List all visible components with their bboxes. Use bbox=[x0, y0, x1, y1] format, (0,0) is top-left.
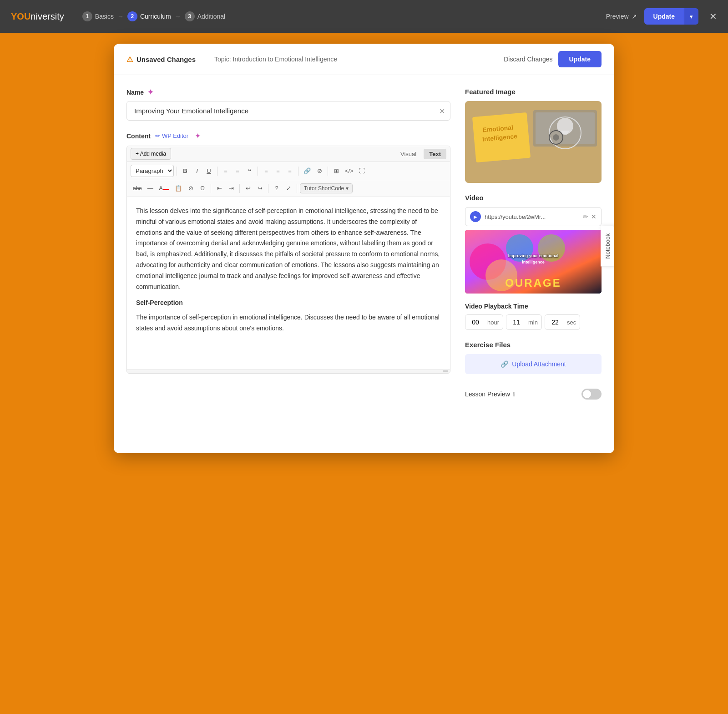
toolbar-sep2 bbox=[217, 167, 217, 176]
tab-text[interactable]: Text bbox=[424, 149, 446, 159]
outdent-button[interactable]: ⇤ bbox=[214, 183, 225, 193]
topic-label: Topic: Introduction to Emotional Intelli… bbox=[214, 56, 337, 63]
toggle-slider bbox=[581, 389, 602, 400]
notebook-tab[interactable]: Notebook bbox=[601, 226, 614, 267]
toolbar-sep3 bbox=[258, 167, 258, 176]
redo-button[interactable]: ↪ bbox=[254, 183, 265, 193]
content-label-row: Content ✏ WP Editor ✦ bbox=[126, 132, 450, 140]
upload-attachment-button[interactable]: 🔗 Upload Attachment bbox=[465, 354, 602, 374]
editor-content[interactable]: This lesson delves into the significance… bbox=[127, 197, 450, 370]
lesson-preview-info-icon[interactable]: ℹ bbox=[513, 391, 515, 398]
italic-button[interactable]: I bbox=[192, 166, 202, 176]
ol-button[interactable]: ≡ bbox=[232, 166, 243, 176]
warning-icon: ⚠ bbox=[126, 55, 133, 64]
lesson-preview-row: Lesson Preview ℹ bbox=[465, 383, 602, 405]
update-main-button[interactable]: Update bbox=[558, 51, 602, 67]
discard-changes-button[interactable]: Discard Changes bbox=[504, 56, 552, 63]
ul-button[interactable]: ≡ bbox=[220, 166, 231, 176]
playback-section: Video Playback Time hour min sec bbox=[465, 303, 602, 330]
breadcrumb-step1[interactable]: 1 Basics bbox=[82, 11, 114, 21]
step1-num: 1 bbox=[82, 11, 92, 21]
svg-rect-2 bbox=[443, 373, 448, 374]
upload-icon: 🔗 bbox=[500, 360, 508, 368]
arrow2: → bbox=[175, 13, 181, 20]
playback-min-input[interactable] bbox=[506, 315, 526, 329]
playback-sec-unit: sec bbox=[567, 315, 580, 329]
update-button[interactable]: Update bbox=[644, 8, 684, 25]
toolbar-sep9 bbox=[297, 184, 297, 193]
align-left-button[interactable]: ≡ bbox=[261, 166, 272, 176]
name-clear-button[interactable]: ✕ bbox=[439, 106, 445, 115]
align-right-button[interactable]: ≡ bbox=[284, 166, 295, 176]
editor-paragraph2: The importance of self-perception in emo… bbox=[136, 312, 441, 334]
unsaved-title: Unsaved Changes bbox=[136, 56, 196, 63]
svg-text:Improving your emotional: Improving your emotional bbox=[508, 253, 559, 258]
preview-button[interactable]: Preview ↗ bbox=[606, 13, 637, 20]
toolbar-sep5 bbox=[328, 167, 328, 176]
link-button[interactable]: 🔗 bbox=[301, 166, 313, 176]
video-edit-button[interactable]: ✏ bbox=[583, 213, 588, 220]
update-dropdown-button[interactable]: ▾ bbox=[684, 8, 698, 25]
paragraph-select[interactable]: Paragraph bbox=[131, 165, 174, 177]
unlink-button[interactable]: ⊘ bbox=[314, 166, 325, 176]
lesson-preview-label: Lesson Preview ℹ bbox=[465, 390, 515, 398]
logo-you: YOU bbox=[11, 11, 30, 21]
tutor-shortcode-button[interactable]: Tutor ShortCode ▾ bbox=[300, 183, 353, 193]
align-center-button[interactable]: ≡ bbox=[273, 166, 283, 176]
playback-fields: hour min sec bbox=[465, 314, 602, 330]
playback-hour-input[interactable] bbox=[465, 315, 485, 329]
featured-image: Emotional Intelligence bbox=[465, 101, 602, 183]
breadcrumb: 1 Basics → 2 Curriculum → 3 Additional bbox=[82, 11, 225, 21]
playback-sec-input[interactable] bbox=[545, 315, 565, 329]
card-body: Name ✦ ✕ Content ✏ WP Editor ✦ bbox=[114, 75, 614, 418]
video-url-actions: ✏ ✕ bbox=[583, 213, 597, 220]
wp-editor-link[interactable]: ✏ WP Editor bbox=[155, 132, 188, 139]
name-input[interactable] bbox=[126, 101, 450, 121]
expand-button[interactable]: ⤢ bbox=[283, 183, 294, 193]
svg-rect-0 bbox=[443, 370, 448, 371]
tab-visual[interactable]: Visual bbox=[395, 149, 422, 159]
omega-button[interactable]: Ω bbox=[197, 183, 208, 193]
name-field-label: Name ✦ bbox=[126, 88, 450, 96]
logo: YOUniversity bbox=[11, 11, 64, 22]
underline-button[interactable]: U bbox=[203, 166, 214, 176]
arrow1: → bbox=[117, 13, 124, 20]
undo-button[interactable]: ↩ bbox=[243, 183, 253, 193]
breadcrumb-step2[interactable]: 2 Curriculum bbox=[127, 11, 171, 21]
help-button[interactable]: ? bbox=[271, 183, 282, 193]
breadcrumb-step3[interactable]: 3 Additional bbox=[185, 11, 226, 21]
table-button[interactable]: ⊞ bbox=[331, 166, 342, 176]
video-remove-button[interactable]: ✕ bbox=[591, 213, 597, 220]
step3-num: 3 bbox=[185, 11, 195, 21]
color-button[interactable]: A bbox=[157, 183, 172, 193]
fullscreen-button[interactable]: ⛶ bbox=[357, 166, 368, 176]
step2-label: Curriculum bbox=[140, 13, 171, 20]
svg-point-12 bbox=[553, 134, 559, 141]
video-play-button[interactable]: ▶ bbox=[470, 211, 481, 222]
close-button[interactable]: ✕ bbox=[709, 11, 717, 22]
indent-button[interactable]: ⇥ bbox=[226, 183, 237, 193]
ai-icon-content: ✦ bbox=[195, 132, 201, 140]
toolbar-sep6 bbox=[211, 184, 211, 193]
hr-button[interactable]: — bbox=[145, 183, 156, 193]
strikethrough-button[interactable]: abc bbox=[131, 183, 144, 193]
vertical-divider bbox=[205, 55, 205, 64]
unsaved-bar: ⚠ Unsaved Changes Topic: Introduction to… bbox=[114, 44, 614, 75]
right-panel: Featured Image Emotional Intelligence bbox=[465, 88, 602, 405]
add-media-button[interactable]: + Add media bbox=[131, 148, 171, 160]
playback-min-unit: min bbox=[528, 315, 541, 329]
code-button[interactable]: </> bbox=[343, 166, 356, 176]
editor-tabs: Visual Text bbox=[395, 149, 446, 159]
video-thumb-inner: Improving your emotional intelligence OU… bbox=[465, 230, 602, 294]
featured-image-title: Featured Image bbox=[465, 88, 602, 96]
modal-card: ⚠ Unsaved Changes Topic: Introduction to… bbox=[114, 44, 614, 453]
clear-format-button[interactable]: ⊘ bbox=[185, 183, 196, 193]
paste-button[interactable]: 📋 bbox=[172, 183, 184, 193]
bold-button[interactable]: B bbox=[180, 166, 191, 176]
playback-title: Video Playback Time bbox=[465, 303, 602, 310]
step3-label: Additional bbox=[197, 13, 226, 20]
blockquote-button[interactable]: ❝ bbox=[244, 166, 255, 176]
name-input-wrap: ✕ bbox=[126, 101, 450, 121]
editor-resize-handle[interactable] bbox=[127, 370, 450, 373]
lesson-preview-toggle[interactable] bbox=[581, 389, 602, 400]
